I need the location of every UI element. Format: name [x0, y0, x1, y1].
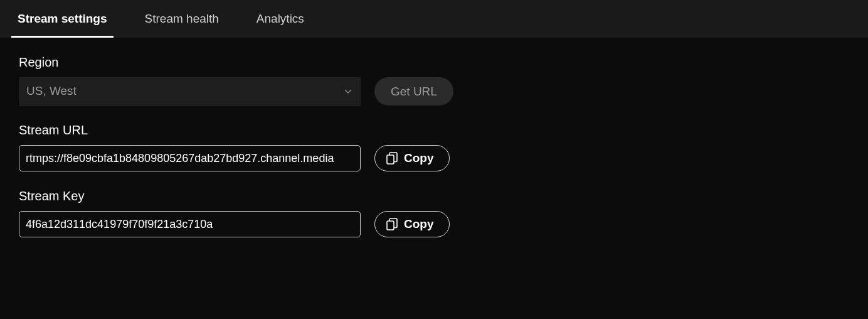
stream-url-input[interactable]: [19, 145, 361, 171]
stream-url-row: Copy: [19, 145, 849, 171]
copy-icon: [386, 152, 398, 165]
svg-rect-1: [387, 221, 394, 230]
button-label: Get URL: [391, 85, 437, 98]
region-label: Region: [19, 55, 849, 70]
stream-url-label: Stream URL: [19, 123, 849, 138]
content-area: Region US, West Get URL Stream URL Copy …: [0, 38, 868, 273]
button-label: Copy: [404, 217, 434, 231]
chevron-down-icon: [344, 85, 352, 97]
region-select[interactable]: US, West: [19, 77, 361, 105]
copy-icon: [386, 218, 398, 230]
stream-key-row: Copy: [19, 211, 849, 237]
region-selected-value: US, West: [26, 84, 77, 98]
tab-stream-settings[interactable]: Stream settings: [11, 0, 114, 38]
copy-stream-key-button[interactable]: Copy: [374, 211, 450, 237]
tab-label: Stream settings: [18, 12, 107, 26]
region-row: US, West Get URL: [19, 77, 849, 105]
stream-key-label: Stream Key: [19, 189, 849, 203]
copy-stream-url-button[interactable]: Copy: [374, 145, 450, 171]
tab-label: Analytics: [257, 12, 304, 26]
tab-stream-health[interactable]: Stream health: [139, 0, 225, 38]
svg-rect-0: [387, 155, 394, 164]
tab-bar: Stream settings Stream health Analytics: [0, 0, 868, 38]
stream-key-input[interactable]: [19, 211, 361, 237]
tab-analytics[interactable]: Analytics: [250, 0, 310, 38]
get-url-button[interactable]: Get URL: [374, 77, 453, 105]
button-label: Copy: [404, 151, 434, 165]
tab-label: Stream health: [145, 12, 219, 26]
